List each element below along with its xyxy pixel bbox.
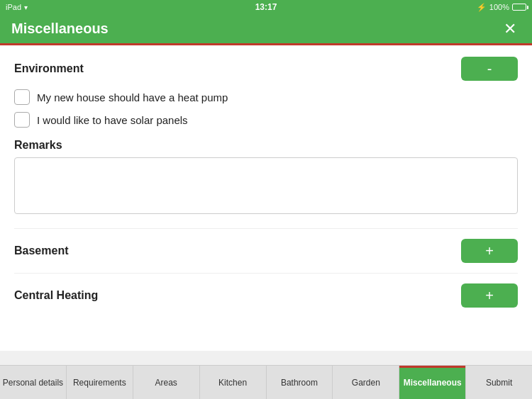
main-content: Environment - My new house should have a… bbox=[0, 45, 532, 351]
checkbox-row-solar-panels: I would like to have solar panels bbox=[14, 112, 518, 128]
battery-label: 100% bbox=[489, 3, 509, 11]
status-time: 13:17 bbox=[255, 2, 277, 12]
nav-item-miscellaneous[interactable]: Miscellaneous bbox=[399, 366, 466, 399]
bottom-nav: Personal detailsRequirementsAreasKitchen… bbox=[0, 365, 532, 399]
nav-item-garden[interactable]: Garden bbox=[333, 366, 399, 399]
app-header: Miscellaneous ✕ bbox=[0, 14, 532, 45]
battery-icon bbox=[512, 4, 526, 11]
close-button[interactable]: ✕ bbox=[499, 18, 521, 40]
nav-item-areas[interactable]: Areas bbox=[133, 366, 200, 399]
nav-item-requirements[interactable]: Requirements bbox=[67, 366, 133, 399]
environment-title: Environment bbox=[14, 62, 84, 75]
nav-item-bathroom[interactable]: Bathroom bbox=[267, 366, 333, 399]
central-heating-row: Central Heating + bbox=[14, 273, 518, 317]
solar-panels-label: I would like to have solar panels bbox=[37, 114, 188, 126]
status-left: iPad ▾ bbox=[6, 3, 28, 11]
heat-pump-checkbox[interactable] bbox=[14, 89, 30, 105]
environment-minus-button[interactable]: - bbox=[461, 57, 518, 81]
nav-item-kitchen[interactable]: Kitchen bbox=[200, 366, 267, 399]
central-heating-plus-button[interactable]: + bbox=[461, 283, 518, 308]
checkbox-row-heat-pump: My new house should have a heat pump bbox=[14, 89, 518, 105]
wifi-icon: ▾ bbox=[24, 4, 28, 11]
status-bar: iPad ▾ 13:17 ⚡ 100% bbox=[0, 0, 532, 14]
page-title: Miscellaneous bbox=[11, 21, 109, 37]
nav-item-personal-details[interactable]: Personal details bbox=[0, 366, 67, 399]
nav-item-submit[interactable]: Submit bbox=[466, 366, 532, 399]
remarks-textarea[interactable] bbox=[14, 157, 518, 214]
heat-pump-label: My new house should have a heat pump bbox=[37, 91, 228, 103]
central-heating-label: Central Heating bbox=[14, 289, 98, 302]
status-right: ⚡ 100% bbox=[477, 3, 526, 12]
remarks-title: Remarks bbox=[14, 139, 518, 152]
solar-panels-checkbox[interactable] bbox=[14, 112, 30, 128]
bolt-icon: ⚡ bbox=[477, 3, 487, 12]
status-ipad-label: iPad bbox=[6, 3, 21, 11]
basement-label: Basement bbox=[14, 245, 68, 257]
environment-section-header: Environment - bbox=[14, 57, 518, 81]
basement-plus-button[interactable]: + bbox=[461, 239, 518, 263]
remarks-section: Remarks bbox=[14, 139, 518, 217]
basement-row: Basement + bbox=[14, 228, 518, 273]
